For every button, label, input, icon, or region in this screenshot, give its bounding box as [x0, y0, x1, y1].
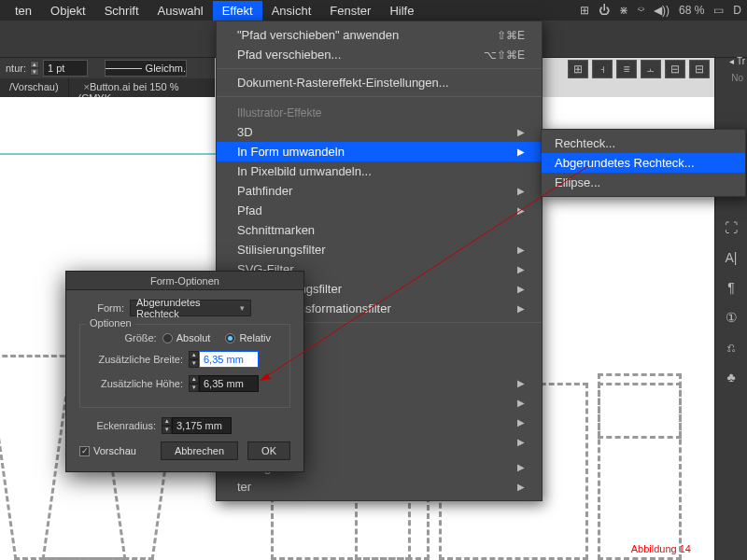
power-icon[interactable]: ⏻ — [599, 4, 610, 17]
volume-icon[interactable]: ◀)) — [654, 4, 669, 17]
chevron-right-icon: ▶ — [517, 147, 525, 157]
extra-height-input[interactable]: 6,35 mm — [199, 375, 259, 392]
submenu-ellipse[interactable]: Ellipse... — [542, 173, 745, 192]
align-icon[interactable]: ⫞ — [592, 60, 613, 78]
menubar-item[interactable]: Ansicht — [262, 1, 321, 21]
menu-separator — [217, 96, 542, 97]
align-icon[interactable]: ⊟ — [665, 60, 685, 78]
type-icon[interactable]: A| — [720, 246, 742, 269]
extra-height-label: Zusätzliche Höhe: — [90, 378, 183, 389]
menubar-item[interactable]: Schrift — [95, 1, 148, 21]
battery-icon[interactable]: ▭ — [713, 4, 724, 17]
chevron-right-icon: ▶ — [517, 264, 525, 274]
document-tab[interactable]: /Vorschau) — [0, 78, 69, 97]
preview-checkbox[interactable]: ✓Vorschau — [79, 445, 136, 456]
corner-radius-label: Eckenradius: — [79, 420, 156, 431]
menubar-item[interactable]: ten — [6, 1, 41, 21]
toolbar-right-group: ⊞ ⫞ ≡ ⫠ ⊟ ⊟ — [568, 60, 710, 78]
chevron-right-icon: ▶ — [517, 462, 525, 472]
glyph-icon[interactable]: ① — [720, 306, 742, 329]
menu-reapply[interactable]: Pfad verschieben...⌥⇧⌘E — [217, 45, 542, 64]
menubar-item[interactable]: Fenster — [320, 1, 380, 21]
menu-pathfinder[interactable]: Pathfinder▶ — [217, 181, 542, 201]
menu-path[interactable]: Pfad▶ — [217, 201, 542, 220]
menubar-item[interactable]: Hilfe — [380, 1, 423, 21]
radio-relative[interactable]: Relativ — [225, 332, 271, 343]
menu-ps-filter[interactable]: ter▶ — [217, 477, 542, 497]
menubar-item[interactable]: Auswahl — [148, 1, 213, 21]
size-label: Größe: — [90, 332, 157, 343]
menu-convert-to-shape[interactable]: In Form umwandeln▶ — [217, 142, 542, 161]
stroke-toolbar: ntur: ▴▾ 1 pt Gleichm. — [0, 58, 215, 78]
grid-icon[interactable]: ⊞ — [568, 60, 588, 78]
align-icon[interactable]: ≡ — [616, 60, 637, 78]
dialog-title: Form-Optionen — [150, 275, 219, 287]
menu-apply-last[interactable]: "Pfad verschieben" anwenden⇧⌘E — [217, 25, 542, 45]
chevron-right-icon: ▶ — [517, 437, 525, 447]
battery-text: 68 % — [679, 4, 704, 17]
dropbox-icon[interactable]: ⊞ — [580, 4, 589, 17]
chevron-right-icon: ▶ — [517, 417, 525, 427]
form-label: Form: — [79, 302, 124, 314]
menu-rasterize[interactable]: In Pixelbild umwandeln... — [217, 161, 542, 181]
document-tab[interactable]: ×Button.ai bei 150 % (CMYK — [69, 78, 215, 97]
bluetooth-icon[interactable]: ⋇ — [619, 4, 628, 17]
chevron-right-icon: ▶ — [517, 205, 525, 216]
stepper[interactable]: ▴▾ — [189, 351, 199, 368]
form-select[interactable]: Abgerundetes Rechteck — [130, 300, 251, 316]
stroke-weight-input[interactable]: 1 pt — [43, 60, 88, 77]
menu-header: Illustrator-Effekte — [217, 101, 542, 122]
chevron-right-icon: ▶ — [517, 378, 525, 388]
menu-3d[interactable]: 3D▶ — [217, 122, 542, 142]
menu-raster-settings[interactable]: Dokument-Rastereffekt-Einstellungen... — [217, 73, 542, 92]
convert-to-shape-submenu: Rechteck... Abgerundetes Rechteck... Ell… — [541, 129, 746, 197]
paragraph-icon[interactable]: ¶ — [720, 276, 742, 299]
menubar-status: ⊞ ⏻ ⋇ ⌔ ◀)) 68 % ▭ D — [580, 4, 741, 17]
chevron-right-icon: ▶ — [517, 186, 525, 196]
corner-radius-input[interactable]: 3,175 mm — [172, 417, 232, 434]
align-icon[interactable]: ⫠ — [641, 60, 661, 78]
extra-width-label: Zusätzliche Breite: — [90, 354, 183, 365]
menubar-item[interactable]: Objekt — [41, 1, 95, 21]
ok-button[interactable]: OK — [247, 441, 290, 460]
extra-width-input[interactable]: 6,35 mm — [199, 351, 259, 368]
radio-absolute[interactable]: Absolut — [162, 332, 211, 343]
shape-options-dialog: Form-Optionen Form: Abgerundetes Rechtec… — [65, 271, 304, 472]
menubar-item-effekt[interactable]: Effekt — [213, 1, 262, 21]
options-fieldset: Optionen Größe: Absolut Relativ Zusätzli… — [79, 324, 290, 408]
document-tabbar: /Vorschau) ×Button.ai bei 150 % (CMYK — [0, 78, 215, 97]
swatch-icon[interactable]: ♣ — [720, 366, 742, 388]
chevron-right-icon: ▶ — [517, 284, 525, 294]
fieldset-legend: Optionen — [86, 317, 135, 329]
crop-icon[interactable]: ⛶ — [720, 217, 742, 239]
chevron-right-icon: ▶ — [517, 127, 525, 137]
figure-caption: Abbildung 14 — [631, 543, 691, 554]
cancel-button[interactable]: Abbrechen — [161, 441, 238, 460]
stepper[interactable]: ▴▾ — [189, 375, 199, 392]
menu-stylize[interactable]: Stilisierungsfilter▶ — [217, 240, 542, 259]
dialog-titlebar[interactable]: Form-Optionen — [66, 272, 303, 290]
chevron-right-icon: ▶ — [517, 245, 525, 255]
wifi-icon[interactable]: ⌔ — [638, 4, 644, 17]
chevron-right-icon: ▶ — [517, 398, 525, 408]
chevron-right-icon: ▶ — [517, 303, 525, 314]
menu-separator — [217, 68, 542, 69]
stroke-dash-select[interactable]: Gleichm. — [105, 60, 187, 77]
submenu-rounded-rectangle[interactable]: Abgerundetes Rechteck... — [542, 153, 745, 173]
link-icon[interactable]: ⎌ — [720, 336, 742, 358]
align-icon[interactable]: ⊟ — [689, 60, 710, 78]
menu-cropmarks[interactable]: Schnittmarken — [217, 220, 542, 240]
submenu-rectangle[interactable]: Rechteck... — [542, 133, 745, 153]
stepper[interactable]: ▴▾ — [162, 417, 172, 434]
menubar-extra: D — [733, 4, 741, 17]
stroke-stepper[interactable]: ▴▾ — [30, 61, 39, 76]
os-menubar: ten Objekt Schrift Auswahl Effekt Ansich… — [0, 0, 747, 21]
panel-tab[interactable]: ◂ Tr — [729, 56, 745, 66]
menubar-left: ten Objekt Schrift Auswahl Effekt Ansich… — [6, 1, 423, 21]
panel-subtext: No — [731, 73, 743, 83]
chevron-right-icon: ▶ — [517, 482, 525, 492]
stroke-label: ntur: — [6, 63, 26, 74]
